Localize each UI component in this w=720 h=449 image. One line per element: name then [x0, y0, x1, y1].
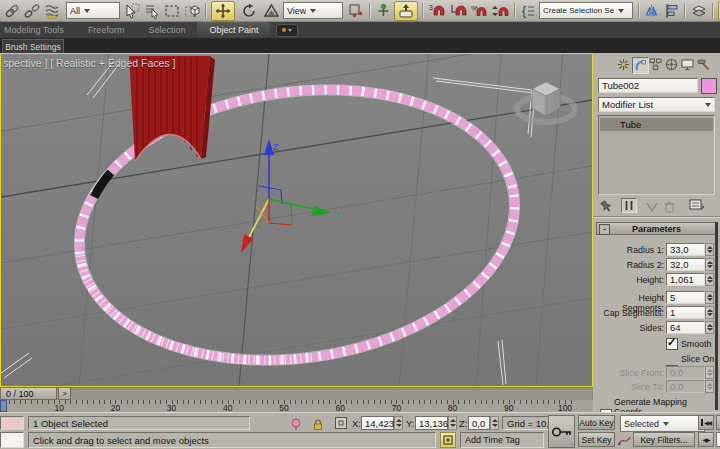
select-object-icon[interactable]: [123, 1, 141, 21]
select-and-move-button[interactable]: [211, 1, 235, 21]
configure-modifier-sets-icon[interactable]: [689, 198, 705, 216]
param-label: Sides:: [598, 323, 664, 333]
y-coordinate-field[interactable]: 13,136: [415, 416, 448, 430]
radius2-field[interactable]: 32,0: [666, 258, 705, 271]
height-field[interactable]: 1,061: [666, 273, 705, 286]
object-name-field[interactable]: Tube002: [598, 78, 698, 93]
sides-field[interactable]: 64: [666, 321, 705, 334]
key-mode-toggle-button[interactable]: ◀▶: [698, 432, 714, 447]
set-keys-button[interactable]: [548, 415, 575, 448]
tab-object-paint[interactable]: Object Paint: [197, 22, 270, 38]
edit-named-selection-sets-icon[interactable]: {: [520, 1, 536, 21]
viewport-canvas[interactable]: Z Y: [1, 54, 592, 386]
key-filters-button[interactable]: Key Filters...: [633, 432, 695, 447]
modifier-stack[interactable]: Tube: [598, 115, 715, 195]
toolbar-separator: [205, 3, 207, 18]
keyboard-shortcut-override-button[interactable]: [394, 1, 418, 21]
maxscript-listener-pink[interactable]: [0, 416, 24, 430]
auto-key-button[interactable]: Auto Key: [578, 415, 615, 430]
modify-tab-icon[interactable]: [632, 57, 649, 74]
select-and-link-icon[interactable]: [3, 1, 21, 21]
percent-snap-toggle-icon[interactable]: %: [470, 1, 489, 21]
bind-to-spacewarp-icon[interactable]: [43, 1, 63, 21]
tab-freeform[interactable]: Freeform: [76, 22, 137, 38]
motion-tab-icon[interactable]: [664, 57, 679, 72]
height-segments-spinner[interactable]: [705, 291, 714, 304]
keying-selection-dropdown[interactable]: Selected: [620, 415, 705, 432]
collapse-icon: -: [599, 224, 610, 235]
utilities-tab-icon[interactable]: [696, 57, 711, 72]
viewport-label[interactable]: spective ] [ Realistic + Edged Faces ]: [3, 57, 175, 69]
ribbon-config-button[interactable]: [276, 24, 298, 37]
select-and-manipulate-icon[interactable]: [375, 1, 392, 21]
create-tab-icon[interactable]: [616, 57, 631, 72]
radius1-field[interactable]: 33,0: [666, 243, 705, 256]
radius2-spinner[interactable]: [705, 258, 714, 271]
rectangular-selection-region-icon[interactable]: [163, 1, 181, 21]
time-slider-handle[interactable]: 0 / 100: [0, 387, 57, 400]
set-key-button[interactable]: Set Key: [578, 432, 615, 447]
param-label: Radius 1:: [598, 245, 664, 255]
display-tab-icon[interactable]: [680, 57, 695, 72]
go-to-start-button[interactable]: ◀◀: [698, 415, 714, 430]
tab-modeling-tools[interactable]: Modeling Tools: [0, 22, 76, 38]
y-spinner[interactable]: [448, 416, 457, 430]
selection-lock-icon[interactable]: [312, 417, 324, 435]
remove-modifier-icon[interactable]: [663, 199, 676, 217]
select-and-rotate-button[interactable]: [237, 1, 261, 21]
named-selection-set-dropdown[interactable]: Create Selection Se: [539, 2, 633, 19]
snap-toggle-3d-icon[interactable]: 3: [428, 1, 447, 21]
slice-from-spinner: [705, 366, 714, 379]
show-end-result-button[interactable]: [621, 198, 637, 213]
angle-snap-toggle-icon[interactable]: [449, 1, 468, 21]
select-and-scale-button[interactable]: [263, 1, 280, 21]
height-spinner[interactable]: [705, 273, 714, 286]
z-coordinate-field[interactable]: 0,0: [468, 416, 490, 430]
modifier-stack-item-tube[interactable]: Tube: [600, 118, 713, 131]
parameters-rollout-header[interactable]: - Parameters: [596, 222, 717, 235]
reference-coordinate-dropdown[interactable]: View: [283, 2, 343, 19]
panel-scrollbar[interactable]: [715, 222, 718, 410]
absolute-mode-toggle-icon[interactable]: [334, 416, 348, 434]
ribbon-tab-bar: Modeling Tools Freeform Selection Object…: [0, 22, 720, 38]
window-crossing-icon[interactable]: [183, 1, 201, 21]
align-icon[interactable]: [664, 1, 680, 21]
next-frame-button[interactable]: >: [58, 387, 71, 400]
time-slider-track[interactable]: 0 / 100 >: [0, 387, 593, 400]
gizmo-toggle-button[interactable]: [440, 432, 456, 448]
smooth-checkbox[interactable]: [666, 338, 678, 350]
use-pivot-point-center-icon[interactable]: [346, 1, 365, 21]
selection-filter-dropdown[interactable]: All: [66, 2, 120, 19]
default-tangent-icon[interactable]: [618, 433, 631, 449]
status-bar: 1 Object Selected Click and drag to sele…: [0, 412, 720, 449]
object-color-swatch[interactable]: [701, 78, 717, 94]
hierarchy-tab-icon[interactable]: [648, 57, 663, 72]
maxscript-listener-white[interactable]: [0, 432, 24, 448]
shortcut-override-balloon-icon[interactable]: [290, 417, 302, 435]
current-frame-field[interactable]: 0: [716, 432, 720, 447]
cap-segments-field[interactable]: 1: [666, 306, 705, 319]
height-segments-field[interactable]: 5: [666, 291, 705, 304]
param-label: Slice From:: [598, 368, 664, 378]
z-spinner[interactable]: [490, 416, 499, 430]
sides-spinner[interactable]: [705, 321, 714, 334]
select-by-name-icon[interactable]: [143, 1, 161, 21]
tab-brush-settings[interactable]: Brush Settings: [2, 39, 64, 53]
previous-frame-button[interactable]: ◀: [716, 415, 720, 430]
pin-stack-icon[interactable]: [599, 199, 613, 217]
slice-on-label: Slice On: [681, 354, 714, 364]
main-toolbar: All View: [0, 0, 720, 22]
layer-manager-icon[interactable]: [690, 1, 708, 21]
radius1-spinner[interactable]: [705, 243, 714, 256]
unlink-selection-icon[interactable]: [23, 1, 41, 21]
tab-selection[interactable]: Selection: [136, 22, 197, 38]
track-bar-handle[interactable]: [0, 400, 7, 412]
perspective-viewport[interactable]: Z Y spective ] [ Realistic + Edged Faces…: [0, 53, 593, 387]
spinner-snap-toggle-icon[interactable]: [491, 1, 510, 21]
x-spinner[interactable]: [394, 416, 403, 430]
mirror-icon[interactable]: [644, 1, 662, 21]
cap-segments-spinner[interactable]: [705, 306, 714, 319]
add-time-tag[interactable]: Add Time Tag: [460, 432, 544, 448]
x-coordinate-field[interactable]: 14,423: [361, 416, 394, 430]
modifier-list-dropdown[interactable]: Modifier List: [598, 97, 715, 112]
